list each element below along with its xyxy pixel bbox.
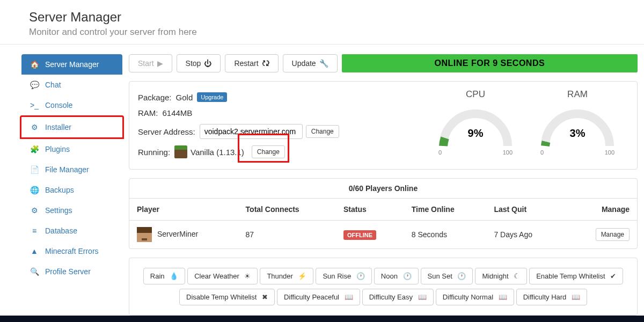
action-icon: ⚡ [298, 272, 306, 280]
page-subtitle: Monitor and control your server from her… [29, 27, 629, 38]
refresh-icon: 🗘 [262, 59, 269, 68]
stop-button[interactable]: Stop ⏻ [177, 54, 221, 72]
status-banner: ONLINE FOR 9 SECONDS [342, 54, 638, 72]
sidebar-item-plugins[interactable]: 🧩Plugins [21, 139, 122, 159]
change-address-button[interactable]: Change [306, 125, 339, 138]
sidebar-item-chat[interactable]: 💬Chat [21, 75, 122, 95]
sidebar-item-server-manager[interactable]: 🏠Server Manager [21, 54, 122, 75]
minecraft-icon [174, 145, 187, 158]
page-title: Server Manager [29, 10, 629, 25]
address-input[interactable] [200, 124, 303, 139]
action-icon: ☾ [514, 272, 520, 280]
home-icon: 🏠 [29, 60, 40, 69]
action-icon: ✖ [262, 293, 268, 301]
cpu-gauge-value: 9% [435, 127, 516, 140]
page-header: Server Manager Monitor and control your … [0, 0, 644, 45]
action-icon: ☀ [244, 272, 251, 280]
sidebar-item-label: Database [45, 226, 77, 235]
running-value: Vanilla (1.13.1) [191, 148, 244, 157]
console-icon: >_ [29, 101, 40, 109]
player-name: ServerMiner [129, 221, 238, 249]
sidebar-item-label: Plugins [45, 145, 70, 153]
file-icon: 📄 [29, 165, 40, 174]
backup-icon: 🌐 [29, 186, 40, 194]
start-button[interactable]: Start ▶ [129, 54, 172, 72]
action-rain[interactable]: Rain 💧 [143, 268, 185, 284]
manage-player-button[interactable]: Manage [596, 228, 630, 241]
action-icon: 🕐 [356, 272, 365, 280]
players-table: Player Total Connects Status Time Online… [129, 199, 637, 248]
action-icon: 🕐 [403, 272, 412, 280]
col-quit: Last Quit [486, 199, 562, 221]
sidebar-item-settings[interactable]: ⚙Settings [21, 200, 122, 221]
sidebar-item-label: Profile Server [45, 267, 91, 276]
sidebar-item-label: Installer [45, 123, 71, 131]
ram-label: RAM: [138, 108, 158, 118]
sidebar-item-profile-server[interactable]: 🔍Profile Server [21, 261, 122, 282]
error-icon: ▲ [29, 247, 40, 255]
sidebar-item-label: File Manager [45, 165, 89, 174]
sidebar: 🏠Server Manager💬Chat>_Console⚙Installer🧩… [21, 54, 122, 282]
sidebar-item-database[interactable]: ≡Database [21, 221, 122, 241]
installer-icon: ⚙ [29, 123, 40, 131]
player-status: OFFLINE [336, 221, 404, 249]
col-status: Status [336, 199, 404, 221]
sidebar-item-installer[interactable]: ⚙Installer [20, 115, 124, 139]
search-icon: 🔍 [29, 267, 40, 276]
player-quit: 7 Days Ago [486, 221, 562, 249]
action-thunder[interactable]: Thunder ⚡ [260, 268, 313, 284]
players-header: 0/60 Players Online [129, 179, 637, 199]
action-difficulty-peaceful[interactable]: Difficulty Peaceful 📖 [277, 289, 360, 305]
toolbar: Start ▶ Stop ⏻ Restart 🗘 Update 🔧 ONLINE… [129, 54, 638, 72]
action-noon[interactable]: Noon 🕐 [374, 268, 419, 284]
database-icon: ≡ [29, 226, 40, 235]
col-time: Time Online [404, 199, 487, 221]
running-label: Running: [138, 148, 170, 157]
chat-icon: 💬 [29, 80, 40, 89]
sidebar-item-label: Chat [45, 80, 61, 89]
ram-gauge-value: 3% [537, 127, 618, 140]
action-sun-rise[interactable]: Sun Rise 🕐 [316, 268, 371, 284]
action-midnight[interactable]: Midnight ☾ [475, 268, 527, 284]
sidebar-item-label: Backups [45, 186, 74, 194]
action-difficulty-normal[interactable]: Difficulty Normal 📖 [436, 289, 514, 305]
info-panel: Package: Gold Upgrade RAM: 6144MB Server… [129, 81, 638, 170]
sidebar-item-backups[interactable]: 🌐Backups [21, 180, 122, 200]
action-icon: 📖 [499, 293, 507, 301]
action-sun-set[interactable]: Sun Set 🕐 [421, 268, 473, 284]
settings-icon: ⚙ [29, 206, 40, 215]
restart-button[interactable]: Restart 🗘 [225, 54, 278, 72]
action-difficulty-easy[interactable]: Difficulty Easy 📖 [362, 289, 434, 305]
update-button[interactable]: Update 🔧 [283, 54, 338, 72]
action-icon: 💧 [170, 272, 178, 280]
player-connects: 87 [238, 221, 336, 249]
action-enable-temp-whitelist[interactable]: Enable Temp Whitelist ✔ [529, 268, 623, 284]
sidebar-item-file-manager[interactable]: 📄File Manager [21, 159, 122, 180]
sidebar-item-console[interactable]: >_Console [21, 95, 122, 115]
status-badge: OFFLINE [343, 230, 376, 240]
action-icon: 📖 [345, 293, 353, 301]
play-icon: ▶ [157, 59, 163, 68]
col-player: Player [129, 199, 238, 221]
action-difficulty-hard[interactable]: Difficulty Hard 📖 [516, 289, 587, 305]
upgrade-button[interactable]: Upgrade [197, 92, 227, 102]
sidebar-item-label: Server Manager [45, 60, 99, 69]
ram-value: 6144MB [163, 108, 193, 118]
sidebar-item-minecraft-errors[interactable]: ▲Minecraft Errors [21, 241, 122, 261]
action-clear-weather[interactable]: Clear Weather ☀ [187, 268, 258, 284]
action-icon: 📖 [418, 293, 427, 301]
plugins-icon: 🧩 [29, 145, 40, 153]
change-version-button[interactable]: Change [252, 145, 285, 158]
gauges: CPU 9% 0100 RAM [435, 89, 628, 162]
sidebar-item-label: Settings [45, 206, 72, 215]
sidebar-item-label: Minecraft Errors [45, 247, 99, 255]
ram-gauge: RAM 3% 0100 [537, 89, 618, 162]
action-icon: ✔ [610, 272, 616, 280]
col-connects: Total Connects [238, 199, 336, 221]
table-row: ServerMiner87OFFLINE8 Seconds7 Days AgoM… [129, 221, 637, 249]
action-disable-temp-whitelist[interactable]: Disable Temp Whitelist ✖ [179, 289, 275, 305]
package-label: Package: [138, 93, 172, 102]
player-time: 8 Seconds [404, 221, 487, 249]
cpu-gauge-title: CPU [435, 89, 516, 100]
quick-actions-panel: Rain 💧Clear Weather ☀Thunder ⚡Sun Rise 🕐… [129, 258, 638, 316]
